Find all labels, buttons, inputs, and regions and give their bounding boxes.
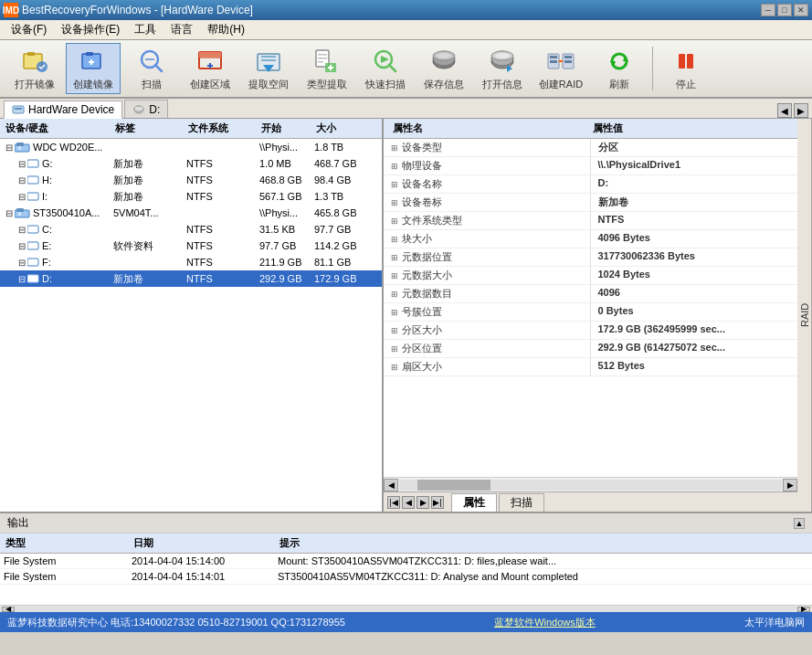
prop-partition-pos: ⊞分区位置 292.9 GB (614275072 sec... [384,340,797,358]
svg-marker-28 [381,56,389,63]
extract-space-icon [254,47,283,76]
stop-button[interactable]: 停止 [659,43,713,94]
menu-tools[interactable]: 工具 [127,20,163,39]
stop-label: 停止 [676,78,696,91]
output-header: 类型 日期 提示 [0,534,812,554]
svg-rect-50 [15,108,22,110]
tree-row-c[interactable]: ⊟ C: NTFS 31.5 KB 97.7 GB [0,221,382,238]
output-rows[interactable]: File System 2014-04-04 15:14:00 Mount: S… [0,554,812,605]
h-name: H: [42,174,52,185]
window-controls: ─ □ ✕ [761,4,808,16]
col-start: 开始 [259,121,314,136]
tab-d-drive[interactable]: D: [124,100,168,118]
prop-tab-scan[interactable]: 扫描 [499,493,544,512]
prop-tab-next[interactable]: ▶ [417,496,429,509]
minimize-button[interactable]: ─ [761,4,775,16]
tree-row-i[interactable]: ⊟ I: 新加卷 NTFS 567.1 GB 1.3 TB [0,188,382,205]
output-hint-1: Mount: ST3500410AS5VM04TZKCC311: D: file… [274,554,812,568]
props-area[interactable]: ⊞设备类型 分区 ⊞物理设备 \\.\PhysicalDrive1 ⊞设备名称 … [384,139,797,477]
tab-hardware[interactable]: HardWare Device [4,100,122,119]
tree-row-g[interactable]: ⊟ G: 新加卷 NTFS 1.0 MB 468.7 GB [0,155,382,172]
hscroll-thumb[interactable] [417,480,490,491]
tree-row-f[interactable]: ⊟ F: NTFS 211.9 GB 81.1 GB [0,254,382,270]
tree-row-h[interactable]: ⊟ H: 新加卷 NTFS 468.8 GB 98.4 GB [0,172,382,188]
menu-help[interactable]: 帮助(H) [200,20,252,39]
type-extract-button[interactable]: 类型提取 [300,43,354,94]
menu-device[interactable]: 设备(F) [4,20,54,39]
g-fs-cell: NTFS [185,158,258,169]
extract-space-button[interactable]: 提取空间 [241,43,296,94]
h-label-cell: 新加卷 [111,174,185,187]
props-hscroll[interactable]: ◀ ▶ [384,477,797,491]
prop-partition-size: ⊞分区大小 172.9 GB (362495999 sec... [384,322,797,340]
raid-side-label[interactable]: RAID [797,119,812,512]
tree-row-wdc[interactable]: ⊟ WDC WD20E... \\Physi... 1.8 TB [0,139,382,155]
e-name: E: [42,240,51,251]
save-info-button[interactable]: 保存信息 [417,43,471,94]
scan-label: 扫描 [142,78,162,91]
close-button[interactable]: ✕ [794,4,808,16]
type-extract-label: 类型提取 [307,78,347,91]
tree-row-empty-1 [0,287,382,303]
tree-row-st[interactable]: ⊟ ST3500410A... 5VM04T... \\Physi... 465… [0,205,382,221]
hscroll-left[interactable]: ◀ [384,479,398,491]
output-col-hint: 提示 [278,535,808,551]
extract-space-label: 提取空间 [248,78,289,91]
tree-row-empty-2 [0,303,382,320]
svg-rect-21 [318,58,327,59]
hscroll-track[interactable] [399,480,782,491]
svg-rect-48 [687,54,693,69]
i-fs-cell: NTFS [185,191,258,202]
open-info-button[interactable]: 打开信息 [475,43,530,94]
wdc-size-cell: 1.8 TB [312,142,376,153]
svg-rect-61 [18,212,21,216]
menu-device-ops[interactable]: 设备操作(E) [54,20,127,39]
output-title-bar: 输出 ▲ [0,513,812,534]
device-tree[interactable]: ⊟ WDC WD20E... \\Physi... 1.8 TB ⊟ G: 新加… [0,139,382,512]
output-scrollbar[interactable]: ◀ ▶ [0,605,812,612]
open-info-icon [488,47,517,76]
hscroll-right[interactable]: ▶ [783,479,797,491]
refresh-icon [605,47,634,76]
d-start-cell: 292.9 GB [258,273,312,284]
prop-cluster-pos: ⊞号簇位置 0 Bytes [384,303,797,322]
f-size-cell: 81.1 GB [312,257,376,268]
prop-tab-properties[interactable]: 属性 [451,493,497,512]
output-row-2: File System 2014-04-04 15:14:01 ST350041… [0,569,812,585]
create-raid-button[interactable]: 创建RAID [533,43,588,94]
refresh-button[interactable]: 刷新 [592,43,647,94]
menu-language[interactable]: 语言 [163,20,200,39]
tree-row-empty-7 [0,386,382,402]
prop-tab-prev[interactable]: ◀ [402,496,415,509]
create-image-button[interactable]: 创建镜像 [66,43,121,94]
tab-next-button[interactable]: ▶ [794,103,808,118]
output-scroll-track[interactable] [15,607,797,612]
status-center-link[interactable]: 蓝梦软件Windows版本 [494,616,596,629]
scan-button[interactable]: 扫描 [124,43,179,94]
output-collapse-button[interactable]: ▲ [794,518,805,529]
prop-meta-size: ⊞元数据大小 1024 Bytes [384,267,797,285]
output-scroll-left[interactable]: ◀ [2,607,15,612]
right-panel: 属性名 属性值 ⊞设备类型 分区 ⊞物理设备 \\.\PhysicalDrive… [384,119,812,512]
status-bar: 蓝梦科技数据研究中心 电话:13400027332 0510-82719001 … [0,612,812,632]
tree-row-e[interactable]: ⊟ E: 软件资料 NTFS 97.7 GB 114.2 GB [0,238,382,254]
h-name-cell: ⊟ H: [2,174,111,185]
prop-fs-type: ⊞文件系统类型 NTFS [384,212,797,230]
tab-prev-button[interactable]: ◀ [777,103,792,118]
create-image-label: 创建镜像 [73,78,113,91]
maximize-button[interactable]: □ [777,4,792,16]
svg-rect-56 [27,160,38,167]
h-fs-cell: NTFS [185,174,258,185]
open-image-button[interactable]: 打开镜像 [7,43,62,94]
toolbar-separator [652,47,653,90]
output-scroll-right[interactable]: ▶ [797,607,810,612]
prop-value-header: 属性值 [591,121,791,136]
quick-scan-button[interactable]: 快速扫描 [358,43,413,94]
g-name-cell: ⊟ G: [2,158,111,169]
h-size-cell: 98.4 GB [312,174,376,185]
prop-tab-first[interactable]: |◀ [387,496,400,509]
create-region-button[interactable]: 创建区域 [183,43,237,94]
prop-tab-last[interactable]: ▶| [431,496,444,509]
tree-row-d[interactable]: ⊟ D: 新加卷 NTFS 292.9 GB 172.9 GB [0,270,382,287]
svg-rect-58 [27,193,38,200]
